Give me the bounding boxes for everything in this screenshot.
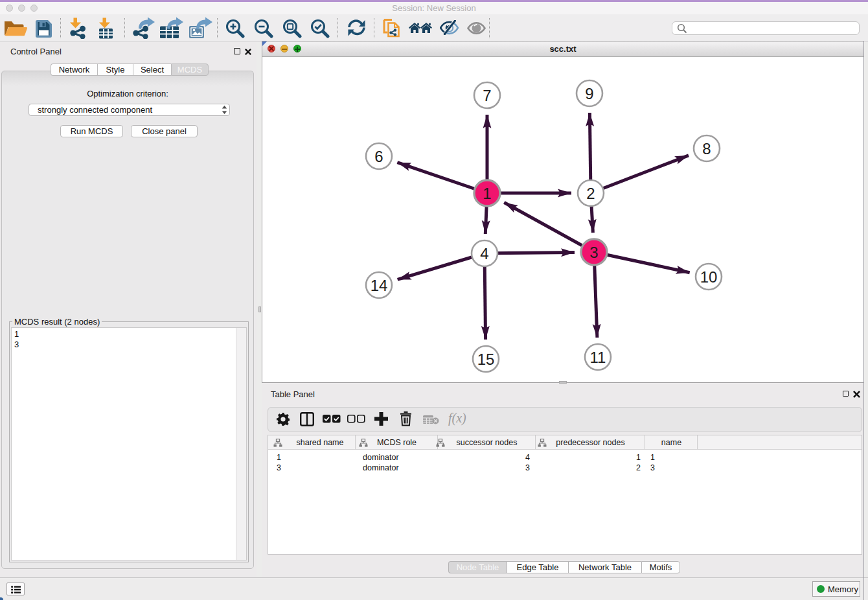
- svg-text:4: 4: [480, 245, 488, 262]
- svg-text:8: 8: [702, 140, 711, 157]
- svg-text:15: 15: [477, 351, 495, 368]
- svg-text:7: 7: [483, 87, 491, 104]
- svg-text:10: 10: [700, 268, 718, 286]
- svg-text:1: 1: [483, 185, 491, 202]
- svg-text:6: 6: [374, 148, 383, 165]
- svg-text:11: 11: [590, 349, 606, 366]
- svg-text:3: 3: [589, 244, 598, 261]
- svg-text:9: 9: [585, 85, 593, 102]
- svg-text:14: 14: [371, 277, 388, 294]
- svg-text:2: 2: [586, 185, 595, 202]
